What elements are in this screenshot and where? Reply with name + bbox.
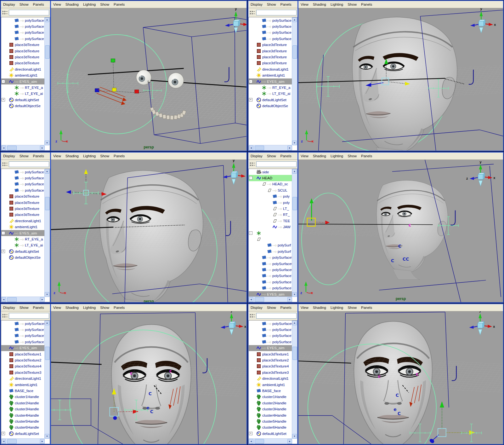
outliner-search-input[interactable] [9,10,49,15]
tree-row-polySurface7[interactable]: polySurface7 [249,333,292,339]
menu-view[interactable]: View [51,306,63,309]
cluster-handle-mark[interactable]: C [396,393,399,398]
tree-row-defaultLightSet[interactable]: +defaultLightSet [249,97,292,103]
tree-row-ambientLight1[interactable]: ambientLight1 [1,72,45,78]
scroll-down-button[interactable]: ▼ [292,292,297,297]
vertical-scrollbar-thumb[interactable] [292,347,297,360]
tree-row-directionalLight1[interactable]: directionalLight1 [249,66,292,72]
vertical-scrollbar-thumb[interactable] [292,197,297,210]
tree-row-RT_EYE_a[interactable]: RT_EYE_a [249,84,292,90]
collapse-icon[interactable]: - [2,80,5,83]
menu-display[interactable]: Display [1,306,17,309]
scroll-up-button[interactable]: ▲ [292,169,297,174]
tree-row-HEAD_sc[interactable]: HEAD_sc [249,181,292,187]
tree-row-polySurface7[interactable]: polySurface7 [249,327,292,332]
tree-row-polySurface7[interactable]: polySurface7 [249,279,292,285]
filter-icon[interactable] [2,162,8,167]
menu-show[interactable]: Show [17,306,31,309]
tree-row-EYES_aim[interactable]: EYES_aim [249,291,292,297]
tree-row-cluster4Handle[interactable]: cluster4Handle [1,412,45,418]
tree-row-polySurf[interactable]: polySurf [249,248,292,254]
tree-row-ambientLight1[interactable]: ambientLight1 [249,72,292,78]
tree-row-directionalLight1[interactable]: directionalLight1 [1,218,45,224]
cluster-handle-mark[interactable]: C [398,411,401,416]
tree-row-cluster2Handle[interactable]: cluster2Handle [249,400,292,406]
viewport-canvas[interactable]: y x z x persp [51,8,246,151]
tree-row-cluster5Handle[interactable]: cluster5Handle [1,418,45,424]
menu-show[interactable]: Show [98,306,111,309]
tree-row-polySurface[interactable]: polySurface [1,187,45,193]
tree-row-defaultObjectSe[interactable]: defaultObjectSe [249,103,292,109]
outliner-search-input[interactable] [256,10,297,15]
menu-display[interactable]: Display [248,3,265,6]
cluster-handle-mark[interactable]: e [394,407,397,412]
tree-row-place3dTexture2[interactable]: place3dTexture2 [1,357,45,363]
menu-panels[interactable]: Panels [359,154,374,158]
menu-show[interactable]: Show [265,154,278,158]
viewport-canvas[interactable]: y x ccCeC [298,311,503,444]
scroll-down-button[interactable]: ▼ [292,141,297,145]
menu-lighting[interactable]: Lighting [328,154,345,158]
expand-icon[interactable]: + [249,98,252,101]
tree-row-polySurface[interactable]: polySurface [249,36,292,42]
scroll-left-button[interactable]: ◄ [1,297,6,302]
cluster-handle-mark[interactable]: C [398,244,401,249]
tree-row-place3dTexture[interactable]: place3dTexture [1,60,45,66]
tree-row-polySurface6[interactable]: polySurface6 [1,321,45,327]
viewport-canvas[interactable]: y x z x [298,8,503,151]
menu-panels[interactable]: Panels [31,306,46,309]
tree-row-LT_EYE_ai[interactable]: LT_EYE_ai [1,242,45,248]
tree-row-polySurface[interactable]: polySurface [1,181,45,187]
scroll-up-button[interactable]: ▲ [292,321,297,325]
menu-panels[interactable]: Panels [111,3,127,6]
scroll-up-button[interactable]: ▲ [45,17,49,22]
menu-view[interactable]: View [51,3,63,6]
scroll-down-button[interactable]: ▼ [292,434,297,439]
view-axis-gizmo[interactable]: y x [469,311,495,335]
aim-circle[interactable] [302,193,355,285]
horizontal-scrollbar[interactable]: ◄ ► [1,297,45,302]
tree-row-LT_EYE_ai[interactable]: LT_EYE_ai [1,91,45,97]
tree-row-cluster1Handle[interactable]: cluster1Handle [249,394,292,400]
horizontal-scrollbar[interactable]: ◄ ► [249,145,292,150]
j-curve[interactable] [224,67,229,82]
eyeball-left[interactable] [136,70,151,85]
tree-row-EYES_aim[interactable]: EYES_aim [1,345,45,351]
scroll-down-button[interactable]: ▼ [45,292,49,297]
horizontal-scrollbar-thumb[interactable] [255,297,264,302]
tree-row-HEAD[interactable]: -HEAD [249,175,292,181]
menu-show[interactable]: Show [98,154,111,158]
cluster-handle-mark[interactable]: CC [403,257,409,262]
collapse-icon[interactable]: - [249,80,252,83]
vertical-scrollbar[interactable]: ▲ ▼ [44,169,50,297]
viewport-canvas[interactable]: y x ccCeC [51,311,246,444]
tree-row-defaultObjectSe[interactable]: defaultObjectSe [1,254,45,260]
collapse-icon[interactable]: - [249,176,252,180]
vertical-scrollbar-thumb[interactable] [45,197,50,210]
scroll-left-button[interactable]: ◄ [1,146,6,150]
tree-row-polySurface6[interactable]: polySurface6 [249,267,292,273]
tree-row-polySurface[interactable]: polySurface [249,30,292,36]
scroll-down-button[interactable]: ▼ [45,141,49,145]
cluster-handle-mark[interactable]: c [169,368,172,373]
tree-row-BASE_face[interactable]: BASE_face [249,388,292,394]
tree-row-place3dTexture[interactable]: place3dTexture [1,212,45,218]
tree-row-poly[interactable]: poly [249,199,292,205]
tree-row-ambientLight1[interactable]: ambientLight1 [1,224,45,230]
tree-row-defaultObjectSe[interactable]: defaultObjectSe [1,103,45,109]
collapse-icon[interactable]: - [2,231,5,235]
tree-row-place3dTexture4[interactable]: place3dTexture4 [249,363,292,369]
tree-row-place3dTexture[interactable]: place3dTexture [1,199,45,205]
horizontal-scrollbar-thumb[interactable] [7,146,17,150]
outliner-search-input[interactable] [256,161,297,167]
scroll-right-button[interactable]: ► [40,297,45,302]
tree-row-cluster6Handle[interactable]: cluster6Handle [1,425,45,431]
cluster-handle-mark[interactable]: C [150,409,153,414]
cluster-handle-mark[interactable]: C [391,258,394,263]
menu-lighting[interactable]: Lighting [81,306,98,309]
menu-view[interactable]: View [51,154,63,158]
tree-row-defaultLightSet[interactable]: +defaultLightSet [1,431,45,436]
tree-row-cluster1Handle[interactable]: cluster1Handle [1,394,45,400]
tree-row[interactable] [249,236,292,242]
menu-show[interactable]: Show [265,3,278,6]
